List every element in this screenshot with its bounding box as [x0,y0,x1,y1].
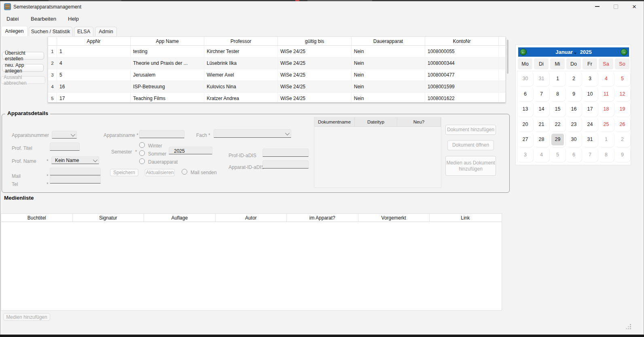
medien-column-header-link[interactable]: Link [430,214,501,222]
calendar-date[interactable]: 31 [582,132,598,147]
calendar-date[interactable]: 13 [517,102,534,117]
calendar-date[interactable]: 6 [566,147,582,163]
calendar-date[interactable]: 8 [550,87,566,102]
calendar-date[interactable]: 23 [566,117,582,132]
medien-column-header-buchtitel[interactable]: Buchtitel [1,214,73,222]
calendar-date[interactable]: 27 [517,132,534,147]
doc-column-header-neu[interactable]: Neu? [397,117,441,127]
menu-bearbeiten[interactable]: Bearbeiten [31,16,56,22]
calendar-date[interactable]: 3 [582,71,598,87]
calendar-month-year[interactable]: Januar 2025 [555,49,592,55]
column-header-appnr[interactable]: AppNr [57,37,131,45]
aktualisieren-button[interactable]: Aktualisieren [145,169,175,176]
apps-table-scrollbar[interactable] [507,40,508,74]
medien-column-header-signatur[interactable]: Signatur [73,214,144,222]
tab-suchen-statistik[interactable]: Suchen / Statistik [29,27,72,36]
prof-id-adis-field[interactable] [263,149,309,157]
table-row[interactable]: 416ISP-BetreuungKulovics NinaWiSe 24/25N… [48,81,505,93]
sommer-radio[interactable] [139,150,145,156]
neu-app-anlegen-button[interactable]: neu. App anlegen [2,64,44,72]
calendar-date[interactable]: 20 [517,117,534,132]
minimize-button[interactable] [588,1,606,12]
table-row[interactable]: 35JerusalemWiemer AxelWiSe 24/25Nein1008… [48,69,505,81]
tel-field[interactable] [50,176,101,183]
close-button[interactable]: × [625,1,643,12]
calendar-date[interactable]: 12 [614,87,631,102]
apparatsname-field[interactable] [139,130,184,138]
calendar-date[interactable]: 6 [517,87,534,102]
calendar-date[interactable]: 4 [534,147,550,163]
calendar-date[interactable]: 19 [614,102,631,117]
calendar-date[interactable]: 3 [517,147,534,163]
uebersicht-erstellen-button[interactable]: Übersicht erstellen [2,52,44,60]
calendar-date[interactable]: 18 [598,102,614,117]
calendar-date[interactable]: 4 [598,71,614,87]
resize-grip[interactable] [625,324,631,330]
calendar-date[interactable]: 29 [550,132,566,147]
medien-column-header-vorgemerkt[interactable]: Vorgemerkt [358,214,430,222]
calendar-date[interactable]: 17 [582,102,598,117]
auswahl-abbrechen-button[interactable]: Auswahl abbrechen [1,76,45,84]
calendar-date[interactable]: 26 [614,117,631,132]
column-header-gültig-bis[interactable]: gültig bis [278,37,352,45]
calendar-date[interactable]: 24 [582,117,598,132]
jahr-field[interactable]: 2025 [169,147,212,154]
medien-hinzufuegen-button[interactable]: Medien hinzufügen [3,313,50,321]
column-header-dauerapparat[interactable]: Dauerapparat [352,37,425,45]
calendar-date[interactable]: 16 [566,102,582,117]
medien-column-header-im-apparat[interactable]: im Apparat? [287,214,358,222]
apparat-id-adis-field[interactable] [263,160,309,168]
calendar-date[interactable]: 5 [550,147,566,163]
menu-datei[interactable]: Datei [6,16,19,22]
calendar-date[interactable]: 22 [550,117,566,132]
calendar-date[interactable]: 2 [614,132,631,147]
calendar-date[interactable]: 21 [534,117,550,132]
tab-elsa[interactable]: ELSA [74,27,93,36]
mail-senden-checkbox[interactable] [182,169,187,175]
calendar-date[interactable]: 1 [550,71,566,87]
calendar-date[interactable]: 2 [566,71,582,87]
calendar-date[interactable]: 30 [517,71,534,87]
dokument-oeffnen-button[interactable]: Dokument öffnen [447,140,494,150]
calendar-date[interactable]: 11 [598,87,614,102]
apparatsnummer-dropdown[interactable] [52,131,77,139]
tab-admin[interactable]: Admin [95,27,117,36]
calendar-date[interactable]: 9 [566,87,582,102]
prof-titel-field[interactable] [50,143,80,151]
calendar-next-button[interactable]: → [621,49,627,55]
calendar-date[interactable]: 7 [534,87,550,102]
medien-column-header-autor[interactable]: Autor [216,214,287,222]
winter-radio[interactable] [139,142,145,148]
prof-name-dropdown[interactable]: Kein Name [51,156,99,164]
calendar-date[interactable]: 25 [598,117,614,132]
calendar-date[interactable]: 14 [534,102,550,117]
fach-dropdown[interactable] [214,129,291,138]
column-header-app-name[interactable]: App Name [131,37,204,45]
speichern-button[interactable]: Speichern [110,169,138,176]
doc-column-header-dokumentname[interactable]: Dokumentname [314,117,355,127]
menu-help[interactable]: Help [68,16,79,22]
calendar-date[interactable]: 30 [566,132,582,147]
dokument-hinzufuegen-button[interactable]: Dokument hinzufügen [445,125,496,135]
calendar-date[interactable]: 28 [534,132,550,147]
table-row[interactable]: 24Theorie und Praxis der ...Lüsebrink Il… [48,58,505,69]
calendar-date[interactable]: 8 [598,147,614,163]
calendar-date[interactable]: 10 [582,87,598,102]
column-header-professor[interactable]: Professor [204,37,278,45]
calendar-date[interactable]: 7 [582,147,598,163]
calendar-date[interactable]: 15 [550,102,566,117]
calendar-date[interactable]: 9 [614,147,631,163]
calendar-date[interactable]: 31 [534,71,550,87]
maximize-button[interactable] [607,1,625,12]
calendar-prev-button[interactable]: ← [520,49,527,55]
column-header-kontonr[interactable]: KontoNr [425,37,499,45]
calendar-date[interactable]: 5 [614,71,631,87]
medien-aus-dokument-button[interactable]: Medien aus Dokument hinzufügen [445,156,496,176]
calendar-date[interactable]: 1 [598,132,614,147]
tab-anlegen[interactable]: Anlegen [1,26,28,36]
table-row[interactable]: 517Teaching FilmsKratzer AndreaWiSe 24/2… [48,93,505,102]
table-row[interactable]: 11testingKirchner TesterWiSe 24/25Nein10… [48,46,505,58]
doc-column-header-dateityp[interactable]: Dateityp [355,117,397,127]
dauerapparat-radio[interactable] [139,158,145,164]
medien-column-header-auflage[interactable]: Auflage [144,214,216,222]
